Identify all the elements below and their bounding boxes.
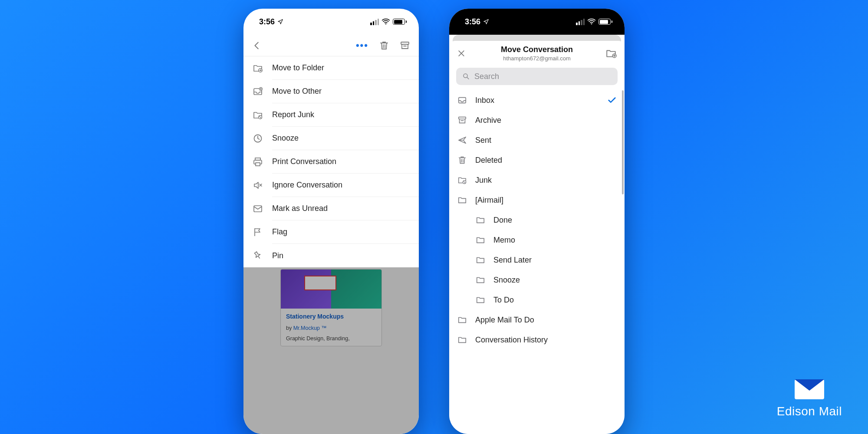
action-label: Report Junk	[272, 103, 419, 127]
cellular-icon	[576, 19, 585, 25]
search-icon	[462, 72, 470, 80]
folder-label: Apple Mail To Do	[475, 316, 617, 325]
folder-label: Inbox	[475, 96, 599, 105]
flag-icon	[253, 227, 263, 237]
folder-memo[interactable]: Memo	[457, 230, 617, 250]
add-folder-icon	[605, 48, 617, 59]
pin-icon	[253, 250, 263, 261]
mail-logo-icon	[794, 378, 825, 400]
toolbar: •••	[243, 35, 419, 56]
folder-label: Memo	[493, 236, 617, 245]
location-icon	[277, 19, 283, 25]
archive-icon	[457, 115, 467, 125]
action-label: Pin	[272, 244, 419, 267]
folder-todo[interactable]: To Do	[457, 290, 617, 310]
battery-icon	[393, 19, 407, 25]
location-icon	[483, 19, 489, 25]
action-label: Flag	[272, 220, 419, 244]
folder-apple-mail-todo[interactable]: Apple Mail To Do	[457, 310, 617, 330]
action-label: Print Conversation	[272, 150, 419, 174]
trash-icon	[457, 155, 467, 165]
send-icon	[457, 135, 467, 145]
mute-icon	[253, 180, 263, 191]
status-bar: 3:56	[243, 9, 419, 35]
folder-icon	[457, 195, 467, 205]
folder-label: Junk	[475, 176, 617, 185]
folder-archive[interactable]: Archive	[457, 110, 617, 130]
back-icon[interactable]	[252, 41, 262, 50]
wifi-icon	[381, 17, 390, 26]
archive-icon[interactable]	[400, 40, 410, 51]
folder-label: Conversation History	[475, 335, 617, 345]
folder-move-icon	[253, 63, 263, 73]
add-folder-button[interactable]	[604, 48, 617, 59]
folder-done[interactable]: Done	[457, 210, 617, 230]
action-report-junk[interactable]: Report Junk	[252, 103, 419, 127]
action-ignore[interactable]: Ignore Conversation	[252, 174, 419, 197]
folder-inbox[interactable]: Inbox	[457, 90, 617, 110]
move-conversation-sheet: Move Conversation hthampton672@gmail.com…	[449, 41, 625, 434]
clock-time: 3:56	[259, 17, 275, 26]
junk-icon	[253, 110, 263, 120]
folder-snooze[interactable]: Snooze	[457, 270, 617, 290]
folder-icon	[476, 235, 485, 245]
cellular-icon	[370, 19, 379, 25]
close-button[interactable]	[457, 49, 470, 58]
check-icon	[607, 95, 617, 105]
folder-send-later[interactable]: Send Later	[457, 250, 617, 270]
clock-icon	[253, 133, 263, 144]
action-label: Move to Other	[272, 80, 419, 103]
folder-list: Inbox Archive Sent Deleted Junk	[449, 90, 625, 434]
sheet-subtitle: hthampton672@gmail.com	[470, 55, 604, 62]
print-icon	[253, 157, 263, 167]
folder-label: Deleted	[475, 156, 617, 165]
folder-label: [Airmail]	[475, 196, 617, 205]
phone-left: 3:56 •••	[243, 9, 419, 434]
folder-label: Send Later	[493, 256, 617, 265]
scroll-indicator[interactable]	[622, 90, 624, 194]
sheet-title: Move Conversation	[470, 45, 604, 54]
wifi-icon	[587, 17, 596, 26]
folder-conversation-history[interactable]: Conversation History	[457, 330, 617, 350]
folder-sent[interactable]: Sent	[457, 130, 617, 150]
folder-label: Sent	[475, 136, 617, 145]
action-snooze[interactable]: Snooze	[252, 127, 419, 150]
folder-label: To Do	[493, 296, 617, 305]
action-label: Snooze	[272, 127, 419, 150]
action-mark-unread[interactable]: Mark as Unread	[252, 197, 419, 220]
action-print[interactable]: Print Conversation	[252, 150, 419, 174]
folder-icon	[476, 295, 485, 305]
close-icon	[457, 49, 466, 58]
inbox-move-icon	[253, 86, 263, 97]
action-flag[interactable]: Flag	[252, 220, 419, 244]
folder-icon	[457, 335, 467, 345]
search-input[interactable]: Search	[456, 68, 618, 85]
folder-deleted[interactable]: Deleted	[457, 150, 617, 170]
phone-right: 3:56 Move Conversation hthampto	[449, 9, 625, 434]
search-placeholder: Search	[474, 72, 499, 81]
action-pin[interactable]: Pin	[252, 244, 419, 267]
brand-text: Edison Mail	[777, 404, 842, 418]
folder-label: Snooze	[493, 276, 617, 285]
status-bar: 3:56	[449, 9, 625, 35]
action-label: Ignore Conversation	[272, 174, 419, 197]
envelope-icon	[253, 204, 263, 214]
action-label: Mark as Unread	[272, 197, 419, 220]
trash-icon[interactable]	[379, 40, 389, 51]
more-icon[interactable]: •••	[356, 40, 368, 51]
folder-label: Done	[493, 216, 617, 225]
action-move-to-folder[interactable]: Move to Folder	[252, 56, 419, 80]
email-preview-dimmed: Stationery Mockups by Mr.Mockup ™ Graphi…	[243, 267, 419, 434]
action-label: Move to Folder	[272, 56, 419, 80]
folder-label: Archive	[475, 116, 617, 125]
folder-icon	[476, 215, 485, 225]
folder-junk[interactable]: Junk	[457, 170, 617, 190]
folder-icon	[476, 255, 485, 265]
folder-airmail[interactable]: [Airmail]	[457, 190, 617, 210]
folder-icon	[457, 315, 467, 325]
folder-icon	[476, 275, 485, 285]
junk-icon	[457, 175, 467, 185]
action-menu: Move to Folder Move to Other Report Junk…	[243, 56, 419, 267]
inbox-icon	[457, 95, 467, 105]
action-move-to-other[interactable]: Move to Other	[252, 80, 419, 103]
